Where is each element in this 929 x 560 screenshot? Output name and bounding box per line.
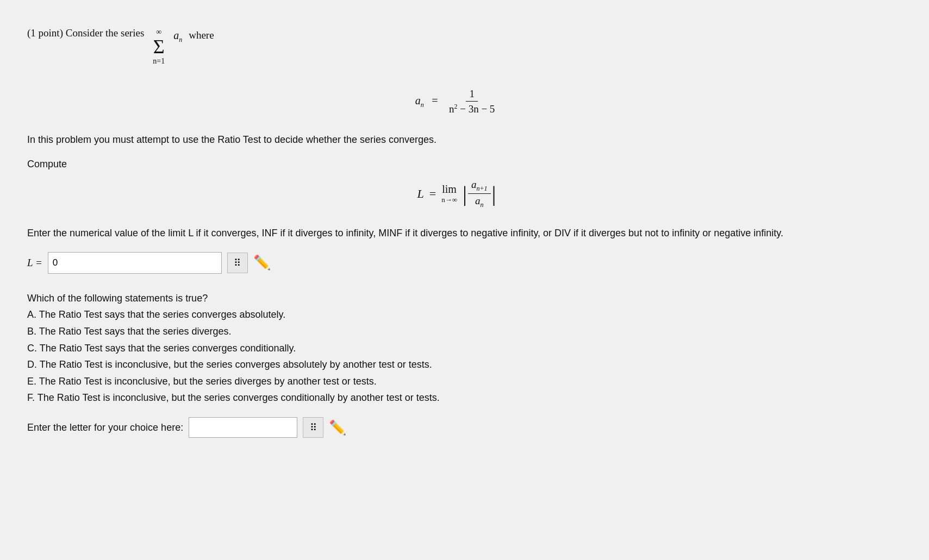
lim-operator: lim n→∞	[441, 183, 457, 204]
choice-grid-button[interactable]: ⠿	[303, 417, 323, 438]
l-input-row: L = ⠿ ✏️	[27, 252, 886, 274]
abs-bar-left: |	[463, 183, 467, 205]
where-text: where	[189, 29, 214, 41]
grid-icon: ⠿	[234, 257, 241, 269]
ratio-fraction: an+1 an	[468, 179, 491, 210]
sigma-expression: ∞ Σ n=1	[153, 27, 165, 66]
enter-choice-row: Enter the letter for your choice here: ⠿…	[27, 417, 886, 438]
lim-text: lim	[442, 183, 457, 196]
choice-B: B. The Ratio Test says that the series d…	[27, 323, 886, 340]
an-formula-block: an = 1 n2 − 3n − 5	[27, 88, 886, 115]
problem-container: (1 point) Consider the series ∞ Σ n=1 an…	[22, 16, 891, 449]
grid-icon-2: ⠿	[310, 421, 317, 433]
ratio-numerator: an+1	[468, 179, 491, 194]
instruction-text: Enter the numerical value of the limit L…	[27, 225, 886, 241]
L-label: L	[417, 187, 423, 201]
an-lhs: an	[415, 95, 424, 106]
l-grid-button[interactable]: ⠿	[227, 253, 248, 273]
an-fraction: 1 n2 − 3n − 5	[446, 88, 498, 115]
choice-C: C. The Ratio Test says that the series c…	[27, 340, 886, 357]
choice-E: E. The Ratio Test is inconclusive, but t…	[27, 373, 886, 390]
sigma-symbol: Σ	[153, 37, 165, 56]
choice-letter-input[interactable]	[189, 417, 297, 438]
points-text: (1 point) Consider the series	[27, 27, 144, 39]
l-equals-label: L =	[27, 257, 42, 269]
choices-section: Which of the following statements is tru…	[27, 290, 886, 406]
an-numerator: 1	[466, 88, 478, 102]
choices-question: Which of the following statements is tru…	[27, 290, 886, 307]
body-text: In this problem you must attempt to use …	[27, 132, 886, 148]
lim-subscript: n→∞	[441, 196, 457, 204]
header-line: (1 point) Consider the series ∞ Σ n=1 an…	[27, 27, 886, 66]
abs-bar-right: |	[492, 183, 496, 205]
choice-A: A. The Ratio Test says that the series c…	[27, 306, 886, 323]
sigma-lower: n=1	[153, 56, 165, 66]
an-denominator: n2 − 3n − 5	[446, 102, 498, 115]
compute-label: Compute	[27, 159, 886, 170]
choice-F: F. The Ratio Test is inconclusive, but t…	[27, 389, 886, 406]
choice-pencil-button[interactable]: ✏️	[329, 419, 346, 436]
l-pencil-button[interactable]: ✏️	[253, 254, 271, 271]
choice-D: D. The Ratio Test is inconclusive, but t…	[27, 356, 886, 373]
ratio-denominator: an	[472, 194, 487, 209]
l-answer-input[interactable]	[48, 252, 222, 274]
abs-fraction: | an+1 an |	[463, 179, 496, 210]
enter-choice-label: Enter the letter for your choice here:	[27, 422, 183, 433]
lim-expression: L = lim n→∞ | an+1 an |	[417, 179, 496, 210]
equals-1: =	[432, 95, 438, 106]
an-text: an	[173, 29, 182, 44]
limit-formula-block: L = lim n→∞ | an+1 an |	[27, 179, 886, 210]
equals-2: =	[429, 187, 436, 201]
